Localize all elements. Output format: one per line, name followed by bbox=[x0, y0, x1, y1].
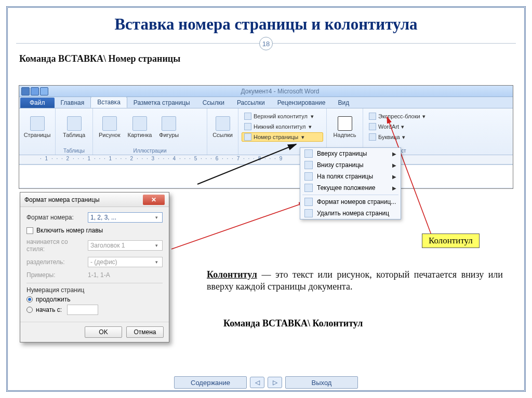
menu-current-position[interactable]: Текущее положение▶ bbox=[300, 182, 401, 194]
document-title: Документ4 - Microsoft Word bbox=[49, 88, 511, 95]
pages-button[interactable]: Страницы bbox=[22, 111, 52, 144]
clipart-button[interactable]: Картинка bbox=[125, 111, 155, 144]
dialog-title-text: Формат номера страницы bbox=[24, 196, 100, 203]
table-icon bbox=[67, 116, 82, 131]
wordart-button[interactable]: WordArt▾ bbox=[366, 122, 433, 131]
picture-button[interactable]: Рисунок bbox=[96, 111, 123, 144]
links-icon bbox=[216, 116, 230, 131]
menu-top-of-page[interactable]: Вверху страницы▶ bbox=[300, 148, 401, 159]
footer-button[interactable]: Нижний колонтитул▾ bbox=[242, 122, 323, 131]
cancel-button[interactable]: Отмена bbox=[126, 326, 164, 338]
radio-continue[interactable]: продолжить bbox=[26, 296, 163, 303]
save-icon[interactable] bbox=[31, 87, 39, 95]
checkbox-icon bbox=[26, 227, 33, 234]
dropcap-button[interactable]: Буквица▾ bbox=[366, 132, 433, 142]
include-chapter-checkbox[interactable]: Включить номер главы bbox=[26, 227, 163, 234]
radio-start-at[interactable]: начать с: bbox=[26, 305, 163, 315]
group-pages: Страницы bbox=[19, 108, 56, 155]
word-app-icon bbox=[21, 87, 30, 95]
group-illustrations: Рисунок Картинка Фигуры Иллюстрации bbox=[93, 108, 207, 155]
contents-button[interactable]: Содержание bbox=[174, 376, 247, 389]
format-number-label: Формат номера: bbox=[26, 214, 84, 221]
examples-label: Примеры: bbox=[26, 271, 84, 279]
next-arrow-icon[interactable]: ▷ bbox=[268, 377, 282, 388]
textbox-icon bbox=[338, 116, 352, 131]
style-select: Заголовок 1▾ bbox=[88, 240, 163, 251]
textbox-button[interactable]: Надпись bbox=[330, 111, 360, 144]
clipart-icon bbox=[132, 116, 147, 131]
divider: 18 bbox=[8, 37, 524, 50]
remove-icon bbox=[304, 209, 313, 217]
close-icon[interactable]: ✕ bbox=[143, 195, 165, 205]
quickparts-button[interactable]: Экспресс-блоки▾ bbox=[366, 112, 433, 121]
margins-icon bbox=[304, 172, 313, 181]
radio-on-icon bbox=[26, 296, 33, 303]
numbering-group-label: Нумерация страниц bbox=[26, 286, 163, 294]
header-button[interactable]: Верхний колонтитул▾ bbox=[242, 112, 323, 121]
menu-remove-page-numbers[interactable]: Удалить номера страниц bbox=[300, 208, 401, 219]
separator-select: - (дефис)▾ bbox=[88, 257, 163, 267]
starts-with-style-label: начинается со стиля: bbox=[26, 238, 84, 253]
bottom-icon bbox=[304, 161, 313, 169]
menu-bottom-of-page[interactable]: Внизу страницы▶ bbox=[300, 159, 401, 171]
document-area bbox=[19, 164, 513, 187]
exit-button[interactable]: Выход bbox=[285, 376, 358, 389]
shapes-button[interactable]: Фигуры bbox=[156, 111, 181, 144]
tab-insert[interactable]: Вставка bbox=[90, 97, 127, 108]
radio-off-icon bbox=[26, 307, 33, 313]
ribbon-tabs: Файл Главная Вставка Разметка страницы С… bbox=[19, 97, 513, 108]
group-tables: Таблица Таблицы bbox=[56, 108, 93, 155]
ribbon: Страницы Таблица Таблицы Рисунок Картинк… bbox=[19, 108, 513, 155]
menu-page-margins[interactable]: На полях страницы▶ bbox=[300, 171, 401, 182]
word-window: Документ4 - Microsoft Word Файл Главная … bbox=[19, 85, 513, 189]
format-page-number-dialog: Формат номера страницы ✕ Формат номера: … bbox=[20, 192, 169, 342]
page-number-icon bbox=[244, 133, 251, 141]
links-button[interactable]: Ссылки bbox=[210, 111, 235, 144]
tab-layout[interactable]: Разметка страницы bbox=[127, 98, 196, 108]
examples-value: 1-1, 1-A bbox=[88, 271, 110, 279]
separator-label: разделитель: bbox=[26, 258, 84, 266]
page-number-button[interactable]: Номер страницы▾ bbox=[242, 132, 323, 142]
tab-file[interactable]: Файл bbox=[20, 98, 55, 108]
quickparts-icon bbox=[369, 113, 376, 120]
dialog-titlebar: Формат номера страницы ✕ bbox=[20, 193, 169, 207]
prev-arrow-icon[interactable]: ◁ bbox=[250, 377, 264, 388]
format-number-select[interactable]: 1, 2, 3, ...▾ bbox=[88, 212, 163, 223]
tab-view[interactable]: Вид bbox=[331, 98, 355, 108]
footer-icon bbox=[244, 123, 251, 130]
callout-kolontitul: Колонтитул bbox=[422, 234, 480, 248]
tab-mailings[interactable]: Рассылки bbox=[231, 98, 271, 108]
definition-term: Колонтитул bbox=[207, 269, 257, 280]
tab-home[interactable]: Главная bbox=[55, 98, 91, 108]
dropcap-icon bbox=[369, 133, 376, 141]
page-number-badge: 18 bbox=[259, 37, 273, 50]
header-icon bbox=[244, 113, 251, 120]
pages-icon bbox=[30, 116, 45, 131]
ruler bbox=[19, 155, 513, 164]
group-links: Ссылки bbox=[207, 108, 238, 155]
bottom-nav: Содержание ◁ ▷ Выход bbox=[0, 376, 532, 389]
picture-icon bbox=[102, 116, 117, 131]
tab-review[interactable]: Рецензирование bbox=[271, 98, 332, 108]
current-icon bbox=[304, 184, 313, 192]
command-path-2: Команда ВСТАВКА\ Колонтитул bbox=[223, 318, 363, 329]
undo-icon[interactable] bbox=[40, 87, 48, 95]
top-icon bbox=[304, 149, 313, 158]
wordart-icon bbox=[369, 123, 376, 130]
format-icon bbox=[304, 198, 313, 206]
ok-button[interactable]: OK bbox=[85, 326, 122, 338]
shapes-icon bbox=[162, 116, 176, 131]
command-path: Команда ВСТАВКА\ Номер страницы bbox=[8, 50, 524, 67]
word-titlebar: Документ4 - Microsoft Word bbox=[19, 86, 513, 97]
table-button[interactable]: Таблица bbox=[59, 111, 89, 144]
slide-title: Вставка номера страницы и колонтитула bbox=[8, 8, 524, 37]
page-number-menu: Вверху страницы▶ Внизу страницы▶ На поля… bbox=[300, 147, 401, 219]
menu-format-page-numbers[interactable]: Формат номеров страниц... bbox=[300, 196, 401, 208]
definition-text: Колонтитул — это текст или рисунок, кото… bbox=[207, 269, 503, 293]
tab-references[interactable]: Ссылки bbox=[196, 98, 231, 108]
start-at-input[interactable] bbox=[67, 305, 98, 315]
